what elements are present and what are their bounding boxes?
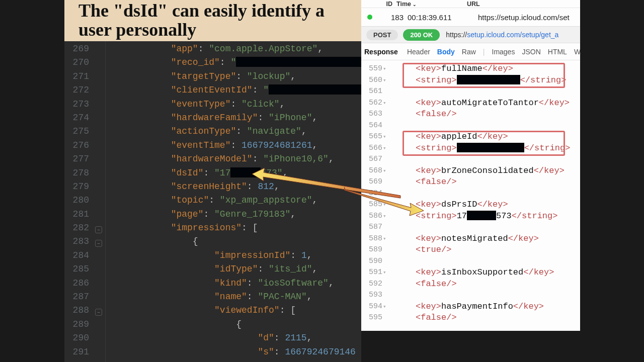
status-dot-success-icon (367, 15, 372, 20)
tab-images[interactable]: Images (492, 48, 515, 56)
col-url[interactable]: URL (467, 1, 580, 8)
xml-lines: <key>fullName</key><string></string> <ke… (416, 63, 570, 324)
request-row[interactable]: 183 00:18:39.611 https://setup.icloud.co… (361, 8, 580, 26)
line-gutter: 2692702712722732742752762772782792802812… (64, 41, 92, 362)
row-id: 183 (383, 13, 408, 22)
row-time: 00:18:39.611 (408, 13, 478, 22)
response-body: 5595605615625635645655665675685695845855… (361, 60, 580, 63)
request-url: https://setup.icloud.com/setup/get_a (446, 31, 558, 39)
response-tabs: Response Header Body Raw | Images JSON H… (361, 43, 580, 60)
xml-line-gutter: 5595605615625635645655665675685695845855… (361, 63, 382, 324)
http-status-pill: 200 OK (403, 29, 440, 41)
tab-html[interactable]: HTML (548, 48, 567, 56)
col-id[interactable]: ID (372, 1, 396, 8)
title-banner: The "dsId" can easily identify a user pe… (64, 0, 361, 41)
tab-response[interactable]: Response (364, 48, 398, 56)
col-time[interactable]: Time ⌄ (396, 1, 467, 8)
request-table-header: ID Time ⌄ URL (361, 0, 580, 8)
xml-fold-gutter: ▾▾▾▾▾▾▾▾▾▾▾ (382, 63, 386, 324)
row-url: https://setup.icloud.com/set (478, 13, 580, 22)
fold-gutter: ––– (92, 41, 106, 362)
tab-raw[interactable]: Raw (462, 48, 476, 56)
tab-header[interactable]: Header (407, 48, 430, 56)
tab-json[interactable]: JSON (522, 48, 540, 56)
tab-body[interactable]: Body (437, 48, 455, 56)
tab-webview[interactable]: Webvi (574, 48, 580, 56)
code-editor: 2692702712722732742752762772782792802812… (64, 41, 361, 362)
page-title: The "dsId" can easily identify a user pe… (78, 2, 347, 40)
http-inspector: ID Time ⌄ URL 183 00:18:39.611 https://s… (361, 0, 580, 331)
http-method-pill: POST (366, 30, 398, 40)
code-body: "app": "com.apple.AppStore", "reco_id": … (106, 41, 361, 359)
request-summary-bar: POST 200 OK https://setup.icloud.com/set… (361, 26, 580, 43)
